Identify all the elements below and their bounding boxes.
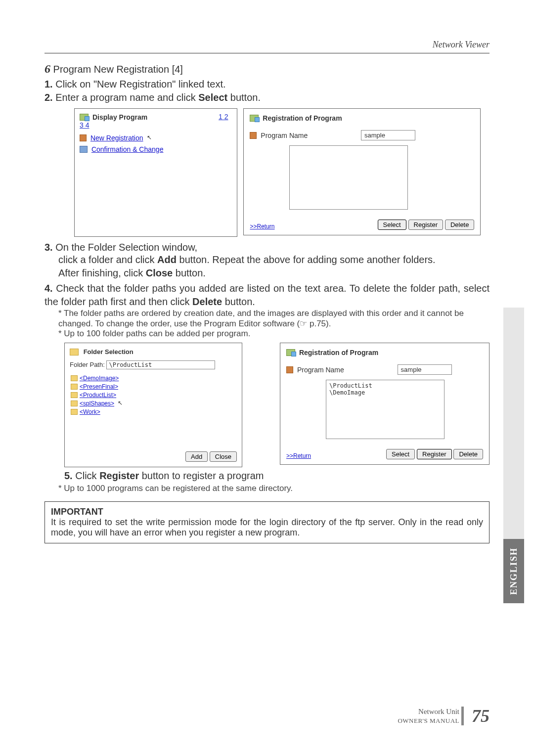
confirm-change-icon [80, 146, 88, 153]
page-number-bar [461, 707, 464, 725]
registration-icon [250, 115, 259, 122]
registration-icon [286, 349, 295, 356]
list-text-5a: Click [75, 470, 99, 481]
list-text-4b: Delete [192, 296, 222, 307]
progname-input[interactable]: sample [361, 130, 415, 140]
folder-selection-icon [70, 349, 79, 356]
progname-label: Program Name [261, 132, 308, 139]
add-button[interactable]: Add [185, 451, 208, 462]
step-number: 6 [44, 62, 50, 75]
folder-icon [71, 400, 78, 406]
list-text-3e: After finishing, click [58, 267, 146, 278]
new-registration-icon [80, 134, 87, 141]
list-text-2b: Select [198, 92, 227, 103]
registration-title: Registration of Program [263, 114, 342, 122]
folder-path-label: Folder Path: [70, 361, 105, 368]
list-num-3: 3. [44, 242, 53, 253]
folder-selection-panel: Folder Selection Folder Path: \ProductLi… [64, 343, 242, 468]
delete-button-2[interactable]: Delete [453, 449, 483, 459]
cursor-icon: ↖ [118, 400, 123, 406]
list-num-2: 2. [44, 92, 53, 103]
display-program-icon [80, 114, 89, 121]
list-text-4a: Check that the folder paths you added ar… [44, 283, 490, 307]
folder-paths-textarea[interactable]: \ProductList \DemoImage [326, 380, 445, 439]
cursor-icon: ↖ [147, 134, 152, 141]
progname-input-2[interactable]: sample [398, 364, 452, 375]
list-num-1: 1. [44, 79, 53, 89]
folder-item-link[interactable]: <Work> [80, 408, 100, 415]
list-text-3d: button. Repeat the above for adding some… [177, 254, 436, 265]
progname-icon [286, 366, 293, 373]
return-link[interactable]: >>Return [250, 223, 274, 230]
list-text-3a: On the Folder Selection window, [55, 242, 197, 253]
list-text-3g: button. [173, 267, 206, 278]
list-text-5b: Register [99, 470, 139, 481]
delete-button[interactable]: Delete [445, 220, 475, 230]
step-title: Program New Registration [4] [53, 64, 183, 75]
list-text-3b: click a folder and click [58, 254, 157, 265]
display-program-title: Display Program [92, 113, 147, 121]
list-text-3c: Add [157, 254, 177, 265]
important-text: It is required to set the write permissi… [51, 517, 483, 538]
registration-panel-1: Registration of Program Program Name sam… [243, 108, 481, 235]
side-gray-bar [503, 308, 524, 539]
new-registration-link[interactable]: New Registration [90, 134, 143, 142]
note-4-2: * Up to 100 folder paths can be added pe… [58, 329, 490, 339]
select-button-2[interactable]: Select [386, 449, 415, 459]
progname-icon [250, 132, 257, 139]
folder-icon [71, 375, 78, 381]
note-4-1: * The folder paths are ordered by creati… [58, 309, 490, 329]
folder-icon [71, 384, 78, 390]
close-button[interactable]: Close [210, 451, 237, 462]
folder-list: <DemoImage> <PresenFinal> <ProductList> … [70, 372, 237, 446]
folder-selection-title: Folder Selection [84, 348, 134, 356]
confirm-change-link[interactable]: Confirmation & Change [91, 145, 164, 153]
folder-item-link[interactable]: <PresenFinal> [80, 383, 118, 390]
list-text-2a: Enter a program name and click [55, 92, 198, 103]
page-number: 75 [472, 706, 490, 726]
list-text-4c: button. [222, 296, 255, 307]
return-link-2[interactable]: >>Return [286, 452, 311, 459]
folder-paths-textarea-empty[interactable] [289, 145, 408, 210]
folder-icon [71, 392, 78, 398]
footer: Network Unit OWNER'S MANUAL 75 [398, 706, 490, 726]
folder-item-link[interactable]: <DemoImage> [80, 375, 119, 382]
folder-path-input[interactable]: \ProductList [106, 360, 215, 369]
list-text-1: Click on "New Registration" linked text. [55, 79, 225, 89]
display-program-panel: Display Program 1 2 3 4 New Registration… [74, 108, 237, 237]
register-button[interactable]: Register [408, 220, 443, 230]
select-button[interactable]: Select [378, 220, 406, 230]
folder-item-link[interactable]: <ProductList> [80, 392, 116, 399]
list-text-5c: button to register a program [139, 470, 264, 481]
folder-icon [71, 409, 78, 415]
folder-item-link[interactable]: <splShapes> [80, 400, 114, 407]
list-num-5: 5. [64, 470, 73, 481]
section-header: Network Viewer [44, 40, 490, 53]
list-num-4: 4. [44, 283, 53, 294]
note-5: * Up to 1000 programs can be registered … [58, 484, 490, 493]
progname-label-2: Program Name [297, 366, 344, 374]
footer-network-unit: Network Unit [418, 708, 459, 715]
list-text-3f: Close [146, 267, 173, 278]
footer-owners-manual: OWNER'S MANUAL [398, 717, 459, 724]
important-label: IMPORTANT [51, 507, 483, 517]
language-tab-english: ENGLISH [503, 539, 524, 603]
registration-panel-2: Registration of Program Program Name sam… [280, 343, 490, 465]
important-box: IMPORTANT It is required to set the writ… [44, 501, 490, 543]
registration-title-2: Registration of Program [299, 349, 378, 356]
list-text-2c: button. [227, 92, 261, 103]
register-button-2[interactable]: Register [417, 449, 451, 459]
